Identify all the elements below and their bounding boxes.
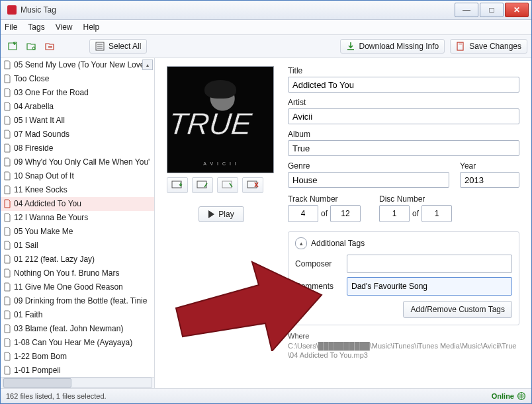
file-icon — [3, 157, 11, 167]
list-item[interactable]: 09 Drinking from the Bottle (feat. Tinie — [1, 294, 154, 308]
list-item[interactable]: 07 Mad Sounds — [1, 128, 154, 141]
title-label: Title — [288, 66, 519, 75]
window-minimize-button[interactable]: — — [455, 3, 478, 17]
save-icon — [456, 42, 465, 51]
album-input[interactable] — [288, 140, 519, 156]
list-item-label: 1-22 Bom Bom — [14, 352, 67, 361]
select-all-label: Select All — [109, 42, 141, 51]
menu-help[interactable]: Help — [83, 22, 100, 32]
menu-view[interactable]: View — [56, 22, 73, 32]
list-item-label: 01 Sail — [14, 241, 38, 250]
list-item[interactable]: 04 Arabella — [1, 100, 154, 114]
status-bar: 162 files listed, 1 files selected. Onli… — [1, 389, 531, 403]
list-icon — [95, 42, 105, 51]
disc-number-input[interactable] — [379, 205, 410, 222]
window-titlebar: Music Tag — □ ✕ — [1, 1, 531, 20]
track-number-input[interactable] — [288, 205, 318, 222]
menu-file[interactable]: File — [5, 22, 17, 32]
toolbar: Select All Download Missing Info Save Ch… — [1, 35, 531, 58]
list-item-label: 03 Blame (feat. John Newman) — [14, 324, 123, 333]
file-icon — [3, 310, 11, 319]
list-item[interactable]: 05 You Make Me — [1, 225, 154, 239]
remove-files-icon[interactable] — [42, 38, 58, 54]
file-icon — [3, 241, 11, 250]
list-item[interactable]: 05 Send My Love (To Your New Lover) — [1, 58, 154, 72]
composer-label: Composer — [295, 259, 341, 268]
disc-of-label: of — [412, 209, 419, 218]
year-input[interactable] — [460, 172, 519, 188]
scrollbar-thumb[interactable] — [3, 378, 71, 387]
where-section: Where C:\Users\██████████\Music\iTunes\i… — [288, 332, 519, 360]
list-item[interactable]: 1-22 Bom Bom — [1, 350, 154, 364]
list-item[interactable]: 01 Faith — [1, 308, 154, 322]
list-item[interactable]: 12 I Wanna Be Yours — [1, 211, 154, 225]
file-icon — [3, 171, 11, 181]
list-item[interactable]: Too Close — [1, 72, 154, 86]
artist-input[interactable] — [288, 108, 519, 124]
list-item-label: 1-01 Pompeii — [14, 366, 61, 375]
list-item[interactable]: 10 Snap Out of It — [1, 169, 154, 183]
list-item[interactable]: 1-01 Pompeii — [1, 364, 154, 377]
genre-label: Genre — [288, 161, 449, 171]
artwork-remove-icon[interactable] — [242, 177, 263, 193]
status-online-label: Online — [492, 392, 514, 400]
collapse-icon[interactable]: ▴ — [295, 237, 307, 249]
file-icon — [3, 116, 11, 125]
list-item[interactable]: 08 Fireside — [1, 141, 154, 155]
album-label: Album — [288, 130, 519, 139]
list-item-label: 09 Why'd You Only Call Me When You' — [14, 157, 150, 167]
file-icon — [3, 213, 11, 222]
artwork-import-icon[interactable] — [192, 177, 213, 193]
discnum-label: Disc Number — [379, 194, 452, 204]
list-item[interactable]: 01 Sail — [1, 239, 154, 253]
window-maximize-button[interactable]: □ — [480, 3, 504, 17]
add-folder-icon[interactable] — [23, 38, 39, 54]
custom-tags-button[interactable]: Add/Remove Custom Tags — [403, 301, 512, 318]
comments-input[interactable] — [347, 277, 512, 296]
title-input[interactable] — [288, 77, 519, 93]
list-item[interactable]: 03 Blame (feat. John Newman) — [1, 322, 154, 336]
menu-tags[interactable]: Tags — [28, 22, 44, 32]
list-item[interactable]: 01 212 (feat. Lazy Jay) — [1, 253, 154, 266]
track-total-input[interactable] — [330, 205, 361, 222]
file-list-hscrollbar[interactable] — [1, 377, 154, 388]
file-icon — [3, 255, 11, 264]
list-item[interactable]: Nothing On You f. Bruno Mars — [1, 266, 154, 280]
select-all-button[interactable]: Select All — [89, 39, 147, 54]
file-icon — [3, 199, 11, 208]
save-changes-button[interactable]: Save Changes — [450, 39, 527, 54]
list-item[interactable]: 11 Give Me One Good Reason — [1, 280, 154, 294]
app-icon — [7, 5, 17, 15]
play-button[interactable]: Play — [199, 206, 244, 222]
list-item[interactable]: 09 Why'd You Only Call Me When You' — [1, 155, 154, 169]
list-item[interactable]: 1-08 Can You Hear Me (Ayayaya) — [1, 336, 154, 350]
download-missing-button[interactable]: Download Missing Info — [340, 39, 445, 54]
list-item[interactable]: 04 Addicted To You — [1, 197, 154, 211]
album-artwork[interactable]: TRUE A V I C I I — [167, 66, 274, 173]
list-item-label: 03 One For the Road — [14, 88, 89, 97]
add-files-icon[interactable] — [5, 38, 21, 54]
composer-input[interactable] — [347, 255, 512, 273]
list-item-label: 01 Faith — [14, 310, 42, 319]
file-icon — [3, 352, 11, 361]
list-item[interactable]: 05 I Want It All — [1, 114, 154, 128]
save-changes-label: Save Changes — [469, 42, 521, 51]
window-close-button[interactable]: ✕ — [505, 3, 529, 17]
genre-input[interactable] — [288, 172, 449, 188]
file-icon — [3, 268, 11, 278]
scroll-up-button[interactable]: ▴ — [142, 60, 153, 70]
list-item[interactable]: 11 Knee Socks — [1, 183, 154, 197]
list-item-label: Too Close — [14, 74, 49, 83]
list-item-label: 10 Snap Out of It — [14, 171, 74, 181]
artwork-download-icon[interactable] — [167, 177, 188, 193]
play-label: Play — [218, 210, 234, 219]
file-list[interactable]: ▴ 05 Send My Love (To Your New Lover)Too… — [1, 58, 154, 377]
track-of-label: of — [321, 209, 328, 218]
list-item-label: 1-08 Can You Hear Me (Ayayaya) — [14, 338, 132, 347]
artist-label: Artist — [288, 98, 519, 107]
disc-total-input[interactable] — [421, 205, 452, 222]
file-icon — [3, 227, 11, 236]
play-icon — [208, 210, 214, 218]
list-item[interactable]: 03 One For the Road — [1, 86, 154, 100]
artwork-export-icon[interactable] — [217, 177, 238, 193]
